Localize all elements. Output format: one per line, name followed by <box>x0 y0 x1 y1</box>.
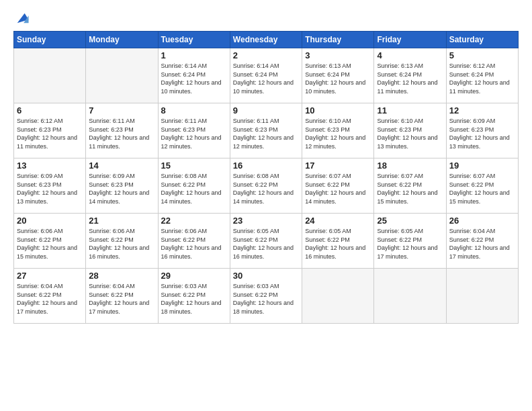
calendar-cell <box>14 48 86 103</box>
day-number: 27 <box>17 271 83 281</box>
day-number: 20 <box>17 216 83 226</box>
day-info: Sunrise: 6:14 AMSunset: 6:24 PMDaylight:… <box>161 62 227 95</box>
calendar-cell: 26Sunrise: 6:04 AMSunset: 6:22 PMDayligh… <box>446 214 518 269</box>
weekday-header: Wednesday <box>230 32 302 48</box>
day-info: Sunrise: 6:12 AMSunset: 6:24 PMDaylight:… <box>449 62 515 95</box>
day-number: 1 <box>161 50 227 60</box>
calendar-cell <box>446 269 518 324</box>
day-number: 10 <box>305 105 371 116</box>
day-info: Sunrise: 6:11 AMSunset: 6:23 PMDaylight:… <box>233 117 299 150</box>
day-number: 18 <box>377 161 443 171</box>
calendar-cell: 30Sunrise: 6:03 AMSunset: 6:22 PMDayligh… <box>230 269 302 324</box>
day-info: Sunrise: 6:11 AMSunset: 6:23 PMDaylight:… <box>161 117 227 150</box>
calendar-cell: 3Sunrise: 6:13 AMSunset: 6:24 PMDaylight… <box>302 48 374 103</box>
day-number: 17 <box>305 161 371 171</box>
calendar-cell: 11Sunrise: 6:10 AMSunset: 6:23 PMDayligh… <box>374 103 446 158</box>
page: SundayMondayTuesdayWednesdayThursdayFrid… <box>0 0 532 411</box>
calendar-cell: 17Sunrise: 6:07 AMSunset: 6:22 PMDayligh… <box>302 158 374 214</box>
calendar-cell: 27Sunrise: 6:04 AMSunset: 6:22 PMDayligh… <box>14 269 86 324</box>
day-info: Sunrise: 6:06 AMSunset: 6:22 PMDaylight:… <box>17 227 83 261</box>
day-info: Sunrise: 6:03 AMSunset: 6:22 PMDaylight:… <box>233 282 299 316</box>
day-info: Sunrise: 6:07 AMSunset: 6:22 PMDaylight:… <box>377 172 443 205</box>
calendar-cell: 24Sunrise: 6:05 AMSunset: 6:22 PMDayligh… <box>302 214 374 269</box>
day-info: Sunrise: 6:04 AMSunset: 6:22 PMDaylight:… <box>449 227 515 261</box>
weekday-header: Sunday <box>14 32 86 48</box>
calendar-cell: 19Sunrise: 6:07 AMSunset: 6:22 PMDayligh… <box>446 158 518 214</box>
calendar-cell: 7Sunrise: 6:11 AMSunset: 6:23 PMDaylight… <box>86 103 158 158</box>
calendar-cell: 22Sunrise: 6:06 AMSunset: 6:22 PMDayligh… <box>158 214 230 269</box>
day-info: Sunrise: 6:08 AMSunset: 6:22 PMDaylight:… <box>233 172 299 205</box>
day-info: Sunrise: 6:09 AMSunset: 6:23 PMDaylight:… <box>89 172 154 205</box>
logo-icon <box>15 11 30 26</box>
calendar-cell: 21Sunrise: 6:06 AMSunset: 6:22 PMDayligh… <box>86 214 158 269</box>
logo <box>13 12 30 26</box>
day-number: 21 <box>89 216 154 226</box>
day-info: Sunrise: 6:11 AMSunset: 6:23 PMDaylight:… <box>89 117 154 150</box>
calendar-cell: 25Sunrise: 6:05 AMSunset: 6:22 PMDayligh… <box>374 214 446 269</box>
day-info: Sunrise: 6:09 AMSunset: 6:23 PMDaylight:… <box>449 117 515 150</box>
day-number: 30 <box>233 271 299 281</box>
day-info: Sunrise: 6:10 AMSunset: 6:23 PMDaylight:… <box>377 117 443 150</box>
day-info: Sunrise: 6:09 AMSunset: 6:23 PMDaylight:… <box>17 172 83 205</box>
day-info: Sunrise: 6:12 AMSunset: 6:23 PMDaylight:… <box>17 117 83 150</box>
calendar-row: 6Sunrise: 6:12 AMSunset: 6:23 PMDaylight… <box>14 103 519 158</box>
header <box>13 12 519 26</box>
day-info: Sunrise: 6:08 AMSunset: 6:22 PMDaylight:… <box>161 172 227 205</box>
day-info: Sunrise: 6:04 AMSunset: 6:22 PMDaylight:… <box>89 282 154 316</box>
weekday-header-row: SundayMondayTuesdayWednesdayThursdayFrid… <box>14 32 519 48</box>
day-number: 26 <box>449 216 515 226</box>
day-info: Sunrise: 6:05 AMSunset: 6:22 PMDaylight:… <box>233 227 299 261</box>
day-number: 23 <box>233 216 299 226</box>
calendar-cell: 13Sunrise: 6:09 AMSunset: 6:23 PMDayligh… <box>14 158 86 214</box>
day-number: 7 <box>89 105 154 116</box>
calendar-cell: 5Sunrise: 6:12 AMSunset: 6:24 PMDaylight… <box>446 48 518 103</box>
day-number: 4 <box>377 50 443 60</box>
day-number: 11 <box>377 105 443 116</box>
calendar-cell: 15Sunrise: 6:08 AMSunset: 6:22 PMDayligh… <box>158 158 230 214</box>
day-info: Sunrise: 6:03 AMSunset: 6:22 PMDaylight:… <box>161 282 227 316</box>
calendar-cell: 6Sunrise: 6:12 AMSunset: 6:23 PMDaylight… <box>14 103 86 158</box>
day-number: 3 <box>305 50 371 60</box>
calendar-cell: 4Sunrise: 6:13 AMSunset: 6:24 PMDaylight… <box>374 48 446 103</box>
calendar-cell <box>302 269 374 324</box>
day-number: 12 <box>449 105 515 116</box>
calendar-cell: 12Sunrise: 6:09 AMSunset: 6:23 PMDayligh… <box>446 103 518 158</box>
weekday-header: Saturday <box>446 32 518 48</box>
day-info: Sunrise: 6:06 AMSunset: 6:22 PMDaylight:… <box>161 227 227 261</box>
day-info: Sunrise: 6:14 AMSunset: 6:24 PMDaylight:… <box>233 62 299 95</box>
day-number: 15 <box>161 161 227 171</box>
weekday-header: Monday <box>86 32 158 48</box>
calendar-row: 27Sunrise: 6:04 AMSunset: 6:22 PMDayligh… <box>14 269 519 324</box>
day-number: 22 <box>161 216 227 226</box>
weekday-header: Friday <box>374 32 446 48</box>
day-number: 25 <box>377 216 443 226</box>
day-info: Sunrise: 6:04 AMSunset: 6:22 PMDaylight:… <box>17 282 83 316</box>
day-info: Sunrise: 6:07 AMSunset: 6:22 PMDaylight:… <box>305 172 371 205</box>
weekday-header: Tuesday <box>158 32 230 48</box>
calendar-cell: 29Sunrise: 6:03 AMSunset: 6:22 PMDayligh… <box>158 269 230 324</box>
calendar-row: 13Sunrise: 6:09 AMSunset: 6:23 PMDayligh… <box>14 158 519 214</box>
calendar-cell: 18Sunrise: 6:07 AMSunset: 6:22 PMDayligh… <box>374 158 446 214</box>
calendar: SundayMondayTuesdayWednesdayThursdayFrid… <box>13 31 519 324</box>
calendar-cell: 1Sunrise: 6:14 AMSunset: 6:24 PMDaylight… <box>158 48 230 103</box>
day-number: 5 <box>449 50 515 60</box>
day-number: 28 <box>89 271 154 281</box>
calendar-cell: 2Sunrise: 6:14 AMSunset: 6:24 PMDaylight… <box>230 48 302 103</box>
day-number: 14 <box>89 161 154 171</box>
day-number: 24 <box>305 216 371 226</box>
day-info: Sunrise: 6:05 AMSunset: 6:22 PMDaylight:… <box>305 227 371 261</box>
day-number: 16 <box>233 161 299 171</box>
day-info: Sunrise: 6:10 AMSunset: 6:23 PMDaylight:… <box>305 117 371 150</box>
calendar-cell: 28Sunrise: 6:04 AMSunset: 6:22 PMDayligh… <box>86 269 158 324</box>
calendar-cell: 14Sunrise: 6:09 AMSunset: 6:23 PMDayligh… <box>86 158 158 214</box>
calendar-cell: 16Sunrise: 6:08 AMSunset: 6:22 PMDayligh… <box>230 158 302 214</box>
weekday-header: Thursday <box>302 32 374 48</box>
calendar-row: 1Sunrise: 6:14 AMSunset: 6:24 PMDaylight… <box>14 48 519 103</box>
day-number: 2 <box>233 50 299 60</box>
calendar-cell <box>86 48 158 103</box>
calendar-row: 20Sunrise: 6:06 AMSunset: 6:22 PMDayligh… <box>14 214 519 269</box>
day-number: 6 <box>17 105 83 116</box>
day-info: Sunrise: 6:05 AMSunset: 6:22 PMDaylight:… <box>377 227 443 261</box>
calendar-cell: 8Sunrise: 6:11 AMSunset: 6:23 PMDaylight… <box>158 103 230 158</box>
calendar-cell: 20Sunrise: 6:06 AMSunset: 6:22 PMDayligh… <box>14 214 86 269</box>
